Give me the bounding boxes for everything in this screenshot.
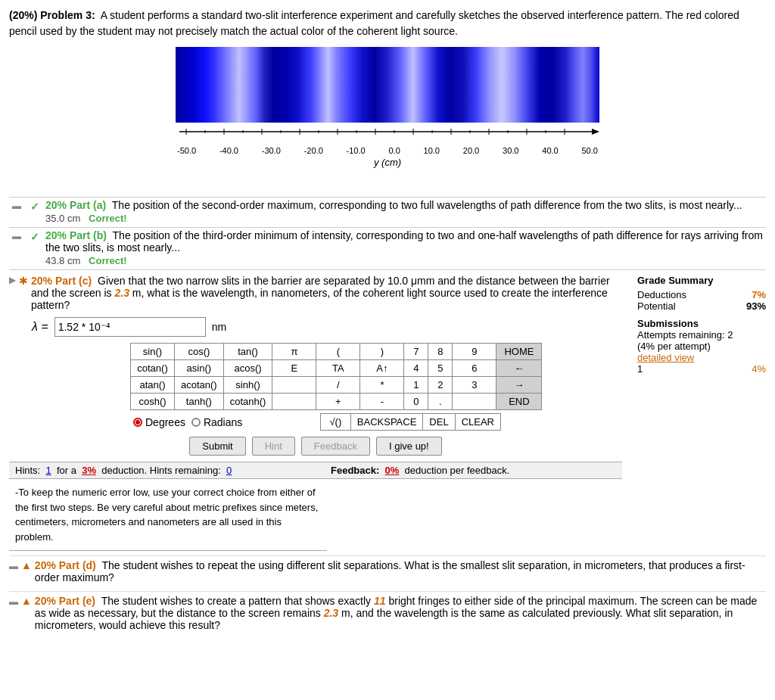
part-a-label: 20% Part (a) (45, 199, 106, 211)
calc-bottom-row: Degrees Radians √() BACKSPACE DEL CLEAR (130, 413, 501, 431)
calc-row-2: cotan() asin() acos() E TA A↑ 4 5 6 ← (131, 360, 542, 377)
calc-cotan[interactable]: cotan() (131, 360, 175, 377)
calc-1[interactable]: 1 (404, 377, 428, 394)
calc-ta[interactable]: TA (316, 360, 360, 377)
calc-acotan[interactable]: acotan() (175, 377, 224, 394)
unit-nm: nm (212, 321, 226, 333)
sqrt-backspace-row: √() BACKSPACE DEL CLEAR (320, 413, 501, 431)
calc-e[interactable]: E (272, 360, 316, 377)
calc-row-4: cosh() tanh() cotanh() + - 0 . END (131, 394, 542, 410)
part-c-container: ▶ ✱ 20% Part (c) Given that the two narr… (9, 269, 766, 551)
hints-left: Hints: 1 for a 3% deduction. Hints remai… (15, 465, 300, 476)
part-b-content: 20% Part (b) The position of the third-o… (45, 229, 766, 266)
attempts-note: (4% per attempt) (637, 341, 766, 352)
calc-empty2 (272, 394, 316, 410)
degrees-radio[interactable]: Degrees (133, 416, 185, 428)
axis: -50.0 -40.0 -30.0 -20.0 -10.0 0.0 10.0 2… (176, 126, 599, 168)
part-a-content: 20% Part (a) The position of the second-… (45, 199, 766, 224)
calc-6[interactable]: 6 (453, 360, 496, 377)
calc-tanh[interactable]: tanh() (175, 394, 224, 410)
calc-end[interactable]: END (496, 394, 542, 410)
calc-3[interactable]: 3 (453, 377, 496, 394)
calc-sinh[interactable]: sinh() (223, 377, 272, 394)
calc-pi[interactable]: π (272, 344, 316, 360)
calc-plus[interactable]: + (316, 394, 360, 410)
part-b-label: 20% Part (b) (45, 229, 107, 241)
calc-divide[interactable]: / (316, 377, 360, 394)
hints-bar: Hints: 1 for a 3% deduction. Hints remai… (9, 462, 622, 479)
calc-empty1 (272, 377, 316, 394)
submissions-title: Submissions (637, 318, 766, 329)
interference-diagram: -50.0 -40.0 -30.0 -20.0 -10.0 0.0 10.0 2… (168, 47, 607, 168)
action-buttons: Submit Hint Feedback I give up! (9, 437, 622, 456)
submit-button[interactable]: Submit (189, 437, 245, 456)
part-b-answer: 43.8 cm Correct! (45, 255, 766, 266)
calc-backspace[interactable]: BACKSPACE (350, 414, 423, 431)
attempt-1-row: 1 4% (637, 363, 766, 375)
calc-atan[interactable]: atan() (131, 377, 175, 394)
part-d-warning: ▲ (21, 559, 32, 571)
calc-multiply[interactable]: * (360, 377, 404, 394)
calc-cos[interactable]: cos() (175, 344, 224, 360)
calc-dot[interactable]: . (428, 394, 453, 410)
calc-sin[interactable]: sin() (131, 344, 175, 360)
hint-num[interactable]: 1 (45, 465, 51, 476)
calc-left-arrow[interactable]: ← (496, 360, 542, 377)
feedback-pct: 0% (385, 465, 400, 476)
give-up-button[interactable]: I give up! (376, 437, 442, 456)
problem-number: 3 (86, 9, 92, 21)
calc-7[interactable]: 7 (404, 344, 428, 360)
attempts-text: Attempts remaining: 2 (637, 329, 766, 341)
grade-summary: Grade Summary Deductions 7% Potential 93… (630, 275, 766, 551)
calc-4[interactable]: 4 (404, 360, 428, 377)
part-d-row: ▬ ▲ 20% Part (d) The student wishes to r… (9, 555, 766, 586)
part-b-check: ✓ (27, 231, 42, 243)
calc-0[interactable]: 0 (404, 394, 428, 410)
part-a-check: ✓ (27, 201, 42, 213)
calc-au[interactable]: A↑ (360, 360, 404, 377)
calc-acos[interactable]: acos() (223, 360, 272, 377)
calc-row-1: sin() cos() tan() π ( ) 7 8 9 HOME (131, 344, 542, 360)
calc-table: sin() cos() tan() π ( ) 7 8 9 HOME (130, 343, 542, 410)
calc-9[interactable]: 9 (453, 344, 496, 360)
deductions-row: Deductions 7% (637, 289, 766, 300)
part-d-text: The student wishes to repeat the using d… (35, 559, 745, 583)
feedback-button[interactable]: Feedback (301, 437, 370, 456)
hint-content: -To keep the numeric error low, use your… (9, 479, 327, 551)
part-e-content: 20% Part (e) The student wishes to creat… (35, 595, 766, 631)
calc-5[interactable]: 5 (428, 360, 453, 377)
problem-statement: (20%) Problem 3: A student performs a st… (9, 8, 766, 39)
calc-del[interactable]: DEL (423, 414, 455, 431)
part-b-row: ▬ ✓ 20% Part (b) The position of the thi… (9, 227, 766, 268)
problem-weight: 20% (13, 9, 34, 21)
calc-right-arrow[interactable]: → (496, 377, 542, 394)
calc-8[interactable]: 8 (428, 344, 453, 360)
problem-text: A student performs a standard two-slit i… (9, 9, 739, 37)
part-a-answer: 35.0 cm Correct! (45, 213, 766, 224)
part-a-row: ▬ ✓ 20% Part (a) The position of the sec… (9, 197, 766, 226)
calc-2[interactable]: 2 (428, 377, 453, 394)
hint-button[interactable]: Hint (252, 437, 295, 456)
potential-row: Potential 93% (637, 300, 766, 312)
radians-radio[interactable]: Radians (191, 416, 242, 428)
calc-open-paren[interactable]: ( (316, 344, 360, 360)
radians-label: Radians (204, 416, 242, 428)
hint-pct: 3% (82, 465, 96, 476)
lambda-input[interactable] (54, 317, 206, 337)
detailed-view-link[interactable]: detailed view (637, 352, 766, 363)
calc-sqrt[interactable]: √() (320, 414, 350, 431)
part-a-text: The position of the second-order maximum… (112, 199, 742, 211)
radians-dot (191, 418, 201, 427)
part-b-icon: ▬ (9, 231, 24, 241)
calc-minus[interactable]: - (360, 394, 404, 410)
calc-cotanh[interactable]: cotanh() (223, 394, 272, 410)
calc-cosh[interactable]: cosh() (131, 394, 175, 410)
calc-clear[interactable]: CLEAR (455, 414, 500, 431)
axis-title: y (cm) (176, 157, 599, 168)
part-d-content: 20% Part (d) The student wishes to repea… (35, 559, 766, 583)
calc-tan[interactable]: tan() (223, 344, 272, 360)
calc-asin[interactable]: asin() (175, 360, 224, 377)
calc-close-paren[interactable]: ) (360, 344, 404, 360)
degrees-dot (133, 418, 142, 427)
calc-home[interactable]: HOME (496, 344, 542, 360)
